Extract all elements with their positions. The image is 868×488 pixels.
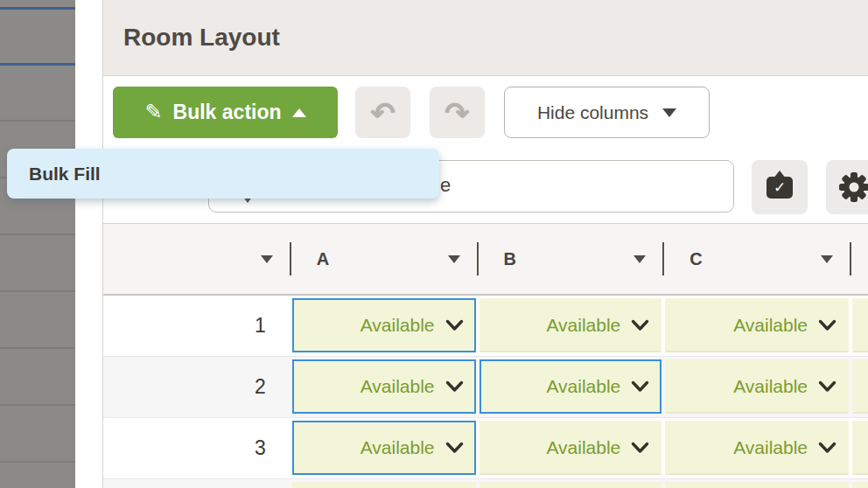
cell-value: Available	[360, 437, 435, 458]
cell-value: Available	[546, 315, 620, 336]
header-row-number-column	[103, 224, 290, 294]
availability-cell-dropdown[interactable]: Available	[480, 298, 662, 352]
dimmed-selected-row-border	[0, 63, 75, 66]
cell-value: Available	[546, 437, 620, 458]
chevron-down-icon-wrap	[445, 319, 464, 331]
chevron-down-icon-wrap	[445, 442, 464, 454]
column-menu-caret-icon[interactable]	[448, 255, 460, 263]
cell-value: Available	[733, 315, 808, 336]
chevron-down-icon	[631, 380, 649, 393]
redo-icon: ↷	[444, 95, 470, 130]
dimmed-row-divider	[0, 347, 75, 349]
chevron-down-icon	[631, 319, 649, 331]
row-number	[103, 479, 290, 488]
dimmed-row-divider	[0, 120, 75, 122]
partial-next-column-cell	[850, 479, 868, 488]
chevron-down-icon-wrap	[445, 380, 464, 393]
bulk-action-label: Bulk action	[173, 101, 282, 124]
chevron-down-icon	[818, 380, 836, 393]
cell-wrapper	[290, 479, 478, 488]
availability-cell-dropdown[interactable]: Available	[292, 298, 476, 352]
availability-cell-dropdown[interactable]: Available	[292, 359, 476, 414]
column-label: B	[504, 249, 516, 269]
cell-wrapper: Available	[478, 296, 664, 356]
redo-button[interactable]: ↷	[430, 87, 485, 138]
chevron-down-icon	[818, 442, 836, 454]
table-header: ABC	[103, 224, 868, 296]
chevron-down-icon-wrap	[818, 442, 836, 454]
cell-value: Available	[546, 376, 620, 397]
table-row: 3AvailableAvailableAvailable	[103, 418, 868, 479]
chevron-down-icon-wrap	[631, 442, 649, 454]
caret-up-icon	[292, 108, 306, 117]
cell-wrapper: Available	[290, 418, 478, 478]
row-number: 2	[103, 357, 290, 417]
search-input-text: e	[440, 174, 451, 197]
chevron-down-icon	[445, 442, 464, 454]
validate-button[interactable]: ✓	[752, 160, 808, 214]
header-partial-next-column	[850, 224, 868, 294]
header-column-A: A	[290, 224, 478, 294]
room-layout-panel: Room Layout ✎ Bulk action ↶ ↷ Hide colum…	[102, 0, 868, 488]
availability-cell-partial	[852, 298, 868, 352]
cell-wrapper	[478, 479, 664, 488]
gear-icon	[836, 170, 868, 205]
column-menu-caret-icon[interactable]	[821, 255, 833, 263]
chevron-down-icon	[818, 319, 836, 331]
hide-columns-button[interactable]: Hide columns	[504, 87, 710, 138]
panel-header: Room Layout	[103, 0, 868, 76]
availability-cell-partial	[852, 359, 868, 414]
cell-wrapper: Available	[663, 296, 850, 356]
partial-next-column-cell	[850, 296, 868, 356]
cell-wrapper: Available	[663, 418, 850, 478]
chevron-down-icon-wrap	[631, 319, 649, 331]
dimmed-row-divider	[0, 404, 75, 406]
row-number: 1	[103, 296, 290, 356]
chevron-down-icon-wrap	[818, 380, 836, 393]
undo-button[interactable]: ↶	[355, 87, 410, 138]
bulk-action-button[interactable]: ✎ Bulk action	[113, 87, 338, 138]
cell-value: Available	[360, 376, 435, 397]
cell-wrapper: Available	[478, 357, 664, 417]
availability-cell-partial	[852, 421, 868, 475]
column-label: A	[317, 249, 329, 269]
dimmed-row-divider	[0, 290, 75, 292]
availability-cell-dropdown[interactable]	[665, 482, 849, 488]
check-mark: ✓	[774, 180, 786, 195]
cell-value: Available	[733, 437, 808, 458]
cell-wrapper: Available	[290, 357, 478, 417]
dimmed-selected-row-border	[0, 7, 75, 10]
row-number: 3	[103, 418, 290, 478]
availability-cell-dropdown[interactable]: Available	[665, 298, 849, 352]
cell-wrapper	[663, 479, 850, 488]
dimmed-row-divider	[0, 461, 75, 463]
column-menu-caret-icon[interactable]	[261, 255, 273, 263]
availability-cell-dropdown[interactable]: Available	[480, 421, 662, 475]
hide-columns-label: Hide columns	[537, 102, 648, 123]
cell-value: Available	[360, 315, 435, 336]
header-column-B: B	[478, 224, 664, 294]
cell-wrapper: Available	[478, 418, 664, 478]
screen: Room Layout ✎ Bulk action ↶ ↷ Hide colum…	[0, 0, 868, 488]
availability-cell-partial	[852, 482, 868, 488]
page-title: Room Layout	[123, 24, 280, 52]
chevron-down-icon	[445, 380, 464, 393]
availability-cell-dropdown[interactable]	[480, 482, 662, 488]
availability-cell-dropdown[interactable]	[292, 482, 476, 488]
settings-button[interactable]	[826, 160, 868, 214]
caret-down-icon	[662, 108, 676, 117]
dimmed-row-divider	[0, 234, 75, 235]
availability-cell-dropdown[interactable]: Available	[665, 359, 849, 414]
menu-item-bulk-fill[interactable]: Bulk Fill	[29, 164, 439, 185]
header-column-C: C	[663, 224, 850, 294]
cell-value: Available	[733, 376, 808, 397]
availability-cell-dropdown[interactable]: Available	[665, 421, 849, 475]
chevron-down-icon	[445, 319, 464, 331]
availability-cell-dropdown[interactable]: Available	[480, 359, 662, 414]
dimmed-background-table	[0, 0, 75, 488]
column-label: C	[690, 249, 702, 269]
availability-cell-dropdown[interactable]: Available	[292, 421, 476, 475]
column-menu-caret-icon[interactable]	[634, 255, 646, 263]
cell-wrapper: Available	[663, 357, 850, 417]
table-body: 1AvailableAvailableAvailable2AvailableAv…	[103, 296, 868, 488]
